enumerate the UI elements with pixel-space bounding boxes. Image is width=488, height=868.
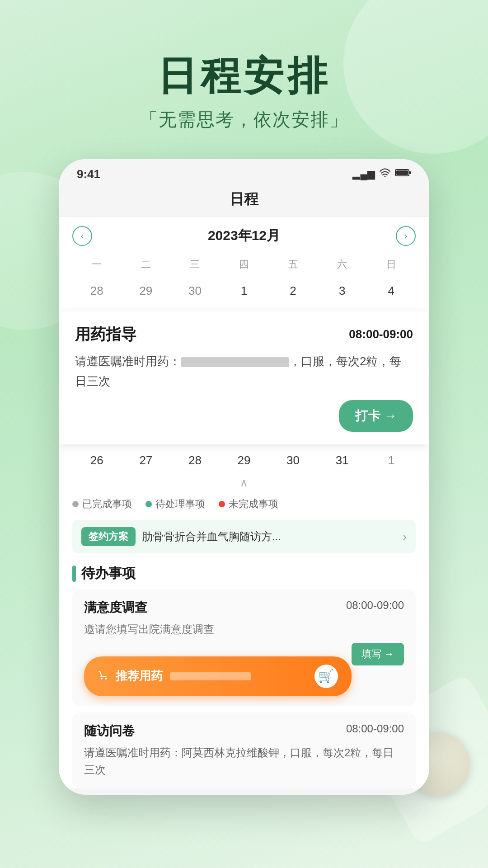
todo-card-1-header: 满意度调查 08:00-09:00 (84, 599, 404, 616)
content-section: ∧ 已完成事项 待处理事项 未完成事项 签约方案 肋骨骨折合 (59, 472, 429, 788)
dot-pending (145, 501, 152, 507)
legend-pending-label: 待处理事项 (155, 497, 205, 511)
signal-icon: ▂▄▆ (352, 168, 375, 180)
next-month-btn[interactable]: › (396, 226, 416, 246)
weekday-sun: 日 (366, 255, 416, 274)
calendar-days-row2: 26 27 28 29 30 31 1 (72, 449, 416, 472)
wifi-icon (380, 168, 390, 180)
app-header: 日程 (59, 185, 429, 217)
calendar-weekdays: 一 二 三 四 五 六 日 (72, 255, 416, 274)
cal-day-31[interactable]: 31 (318, 449, 367, 472)
cal-day-30[interactable]: 30 (268, 449, 318, 472)
cal-day-4[interactable]: 4 (366, 279, 416, 302)
cal-day-27[interactable]: 27 (122, 449, 171, 472)
todo-card-1-title: 满意度调查 (84, 599, 147, 616)
prev-icon: ‹ (81, 231, 84, 241)
calendar-month: 2023年12月 (208, 226, 280, 245)
svg-rect-3 (396, 170, 408, 175)
med-time: 08:00-09:00 (349, 327, 413, 341)
plan-arrow-icon: › (403, 530, 407, 544)
med-title: 用药指导 (75, 324, 136, 345)
cal-day-1[interactable]: 1 (220, 279, 269, 302)
todo-card-satisfaction: 满意度调查 08:00-09:00 邀请您填写出院满意度调查 填写 → (72, 589, 416, 706)
phone-mockup: 9:41 ▂▄▆ (59, 159, 429, 795)
battery-icon (395, 168, 411, 180)
cal-day-28[interactable]: 28 (170, 449, 220, 472)
todo-header: 待办事项 (72, 560, 416, 589)
recommend-text: 推荐用药 (116, 668, 163, 684)
recommend-icon (98, 670, 108, 683)
dot-completed (72, 501, 79, 507)
calendar-row2: 26 27 28 29 30 31 1 (59, 444, 429, 472)
followup-title: 随访问卷 (84, 722, 135, 740)
legend-row: 已完成事项 待处理事项 未完成事项 (72, 492, 416, 516)
plan-tag: 签约方案 (81, 527, 136, 546)
weekday-sat: 六 (318, 255, 367, 274)
todo-card-followup: 随访问卷 08:00-09:00 请遵医嘱准时用药：阿莫西林克拉维酸钾，口服，每… (72, 712, 416, 789)
med-desc: 请遵医嘱准时用药：，口服，每次2粒，每日三次 (75, 351, 413, 391)
checkin-btn[interactable]: 打卡 → (339, 400, 413, 432)
app-title: 日程 (230, 191, 258, 207)
calendar-section: ‹ 2023年12月 › 一 二 三 四 五 六 日 28 29 30 1 (59, 217, 429, 311)
weekday-thu: 四 (220, 255, 269, 274)
status-icons: ▂▄▆ (352, 168, 411, 180)
svg-point-5 (105, 678, 107, 679)
med-card: 用药指导 08:00-09:00 请遵医嘱准时用药：，口服，每次2粒，每日三次 … (59, 311, 429, 444)
status-time: 9:41 (77, 167, 100, 181)
svg-point-0 (385, 176, 386, 177)
followup-time: 08:00-09:00 (346, 722, 404, 740)
weekday-tue: 二 (122, 255, 171, 274)
subtitle: 「无需思考，依次安排」 (140, 107, 348, 132)
prev-month-btn[interactable]: ‹ (72, 226, 92, 246)
write-btn-1-label: 填写 → (361, 648, 394, 660)
cal-day-26[interactable]: 26 (72, 449, 122, 472)
cal-day-29prev[interactable]: 29 (122, 279, 171, 302)
weekday-fri: 五 (268, 255, 318, 274)
legend-pending: 待处理事项 (145, 497, 205, 511)
recommend-blurred (170, 672, 251, 680)
legend-incomplete: 未完成事项 (219, 497, 278, 511)
cal-day-2[interactable]: 2 (268, 279, 318, 302)
plan-row[interactable]: 签约方案 肋骨骨折合并血气胸随访方... › (72, 520, 416, 553)
main-title: 日程安排 (140, 54, 348, 98)
collapse-arrow[interactable]: ∧ (72, 472, 416, 492)
todo-title: 待办事项 (81, 564, 136, 583)
followup-desc: 请遵医嘱准时用药：阿莫西林克拉维酸钾，口服，每次2粒，每日三次 (84, 744, 404, 779)
page-container: 日程安排 「无需思考，依次安排」 9:41 ▂▄▆ (0, 0, 488, 868)
plan-text: 肋骨骨折合并血气胸随访方... (142, 529, 396, 544)
cart-icon: 🛒 (318, 669, 334, 684)
todo-card-1-time: 08:00-09:00 (346, 599, 404, 616)
calendar-days-row1: 28 29 30 1 2 3 4 (72, 279, 416, 302)
todo-indicator (72, 566, 76, 582)
cal-day-29[interactable]: 29 (220, 449, 269, 472)
weekday-mon: 一 (72, 255, 122, 274)
followup-header: 随访问卷 08:00-09:00 (84, 722, 404, 740)
svg-rect-2 (409, 171, 411, 174)
cal-day-1next[interactable]: 1 (366, 449, 416, 472)
cal-day-30prev[interactable]: 30 (170, 279, 220, 302)
cal-day-3[interactable]: 3 (318, 279, 367, 302)
legend-completed: 已完成事项 (72, 497, 132, 511)
write-btn-1[interactable]: 填写 → (352, 643, 404, 665)
calendar-nav: ‹ 2023年12月 › (72, 226, 416, 246)
status-bar: 9:41 ▂▄▆ (59, 159, 429, 185)
med-desc-prefix: 请遵医嘱准时用药： (75, 354, 181, 368)
todo-card-1-desc: 邀请您填写出院满意度调查 (84, 621, 404, 638)
recommend-bar[interactable]: 推荐用药 🛒 (84, 656, 352, 696)
med-blurred-name (181, 357, 289, 367)
cart-btn[interactable]: 🛒 (314, 665, 338, 688)
legend-completed-label: 已完成事项 (82, 497, 132, 511)
svg-point-4 (101, 678, 103, 679)
header-section: 日程安排 「无需思考，依次安排」 (140, 0, 348, 146)
cal-day-28prev[interactable]: 28 (72, 279, 122, 302)
next-icon: › (404, 231, 408, 241)
dot-incomplete (219, 501, 225, 507)
weekday-wed: 三 (170, 255, 220, 274)
med-card-header: 用药指导 08:00-09:00 (75, 324, 413, 345)
legend-incomplete-label: 未完成事项 (229, 497, 278, 511)
